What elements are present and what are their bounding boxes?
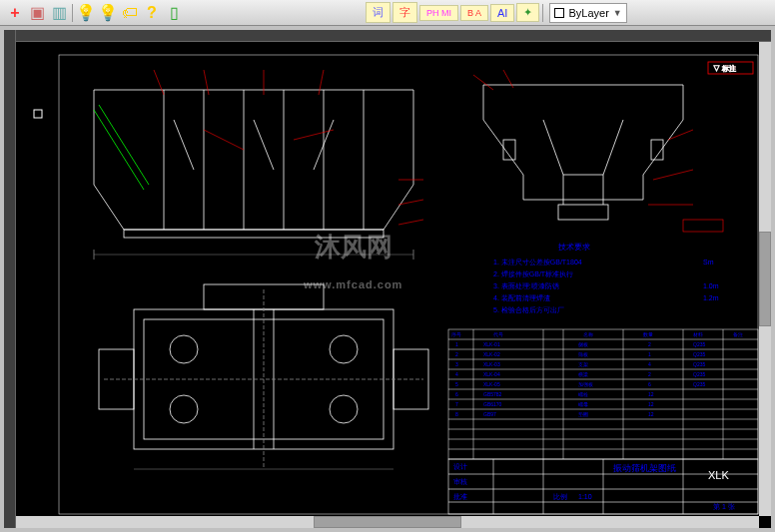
- bulb2-icon[interactable]: 💡: [97, 2, 119, 24]
- drawing-code: XLK: [708, 469, 729, 481]
- drawing-container: ▽ 标注: [0, 26, 775, 532]
- svg-text:5. 检验合格后方可出厂: 5. 检验合格后方可出厂: [493, 306, 564, 313]
- svg-text:名称: 名称: [583, 331, 593, 337]
- svg-text:5: 5: [455, 381, 458, 387]
- svg-text:批准: 批准: [453, 493, 467, 500]
- svg-line-9: [99, 105, 149, 185]
- cad-viewport[interactable]: ▽ 标注: [4, 30, 771, 528]
- svg-text:序号: 序号: [451, 331, 461, 337]
- svg-text:12: 12: [648, 401, 654, 407]
- svg-rect-0: [34, 110, 42, 118]
- svg-text:技术要求: 技术要求: [557, 243, 590, 252]
- svg-text:6: 6: [455, 391, 458, 397]
- svg-text:XLK-03: XLK-03: [483, 361, 500, 367]
- svg-text:4: 4: [455, 371, 458, 377]
- label-ba[interactable]: B A: [460, 5, 488, 21]
- scrollbar-vertical[interactable]: [759, 42, 771, 516]
- scroll-thumb-v[interactable]: [759, 232, 771, 326]
- svg-text:2: 2: [648, 371, 651, 377]
- svg-text:XLK-02: XLK-02: [483, 351, 500, 357]
- svg-line-8: [94, 110, 144, 190]
- tag-icon[interactable]: 🏷: [119, 2, 141, 24]
- svg-line-10: [174, 120, 194, 170]
- chevron-down-icon: ▼: [613, 8, 622, 18]
- svg-point-46: [170, 335, 198, 363]
- svg-text:比例: 比例: [553, 493, 567, 500]
- svg-text:12: 12: [648, 411, 654, 417]
- svg-text:GB6170: GB6170: [483, 401, 502, 407]
- svg-text:7: 7: [455, 401, 458, 407]
- svg-text:审核: 审核: [453, 478, 467, 486]
- svg-text:1. 未注尺寸公差按GB/T1804: 1. 未注尺寸公差按GB/T1804: [493, 259, 582, 266]
- svg-text:4. 装配前清理焊渣: 4. 装配前清理焊渣: [493, 294, 550, 301]
- label-zi[interactable]: 字: [392, 2, 417, 23]
- svg-text:1:10: 1:10: [578, 493, 592, 500]
- svg-text:侧板: 侧板: [578, 341, 588, 347]
- svg-text:▽ 标注: ▽ 标注: [713, 65, 736, 72]
- label-ci[interactable]: 词: [366, 2, 390, 23]
- question-icon[interactable]: ?: [141, 2, 163, 24]
- svg-text:3. 表面处理:喷漆防锈: 3. 表面处理:喷漆防锈: [493, 282, 559, 290]
- svg-rect-36: [683, 220, 723, 232]
- svg-text:第 1 张: 第 1 张: [713, 503, 735, 510]
- svg-line-17: [319, 70, 324, 95]
- cad-drawing: ▽ 标注: [4, 30, 771, 528]
- svg-text:8: 8: [455, 411, 458, 417]
- svg-text:代号: 代号: [492, 331, 503, 337]
- svg-point-49: [330, 395, 358, 423]
- layer-name: ByLayer: [568, 7, 608, 19]
- label-star[interactable]: ✦: [516, 3, 539, 22]
- svg-text:1.0m: 1.0m: [703, 282, 719, 289]
- sheet-icon[interactable]: ▥: [48, 2, 70, 24]
- drawing-title: 振动筛机架图纸: [613, 463, 676, 473]
- svg-text:XLK-04: XLK-04: [483, 371, 500, 377]
- svg-text:1: 1: [455, 341, 458, 347]
- svg-text:Q235: Q235: [693, 371, 705, 377]
- label-ai[interactable]: AI: [490, 4, 514, 22]
- svg-text:2. 焊接件按GB/T标准执行: 2. 焊接件按GB/T标准执行: [493, 270, 573, 277]
- svg-text:横梁: 横梁: [578, 371, 588, 377]
- svg-text:GB97: GB97: [483, 411, 496, 417]
- bulb-icon[interactable]: 💡: [75, 2, 97, 24]
- svg-line-11: [254, 120, 274, 170]
- svg-text:备注: 备注: [733, 331, 743, 337]
- svg-point-47: [330, 335, 358, 363]
- svg-text:筛板: 筛板: [578, 351, 588, 357]
- svg-text:Q235: Q235: [693, 361, 705, 367]
- svg-line-18: [204, 130, 244, 150]
- svg-text:垫圈: 垫圈: [578, 411, 588, 417]
- svg-rect-28: [558, 205, 608, 220]
- svg-text:2: 2: [455, 351, 458, 357]
- main-toolbar: + ▣ ▥ 💡 💡 🏷 ? ▯ 词 字 PH MI B A AI ✦ ByLay…: [0, 0, 775, 26]
- svg-text:1.2m: 1.2m: [703, 294, 719, 301]
- svg-text:Q235: Q235: [693, 341, 705, 347]
- book-icon[interactable]: ▣: [26, 2, 48, 24]
- svg-text:Q235: Q235: [693, 351, 705, 357]
- layer-color-swatch: [554, 8, 564, 18]
- svg-line-34: [653, 170, 693, 180]
- svg-text:XLK-05: XLK-05: [483, 381, 500, 387]
- svg-point-48: [170, 395, 198, 423]
- svg-text:设计: 设计: [453, 463, 467, 470]
- note-icon[interactable]: ▯: [163, 2, 185, 24]
- svg-text:3: 3: [455, 361, 458, 367]
- layer-dropdown[interactable]: ByLayer ▼: [549, 3, 626, 23]
- svg-text:6: 6: [648, 381, 651, 387]
- svg-text:Q235: Q235: [693, 381, 705, 387]
- svg-line-15: [204, 70, 209, 95]
- svg-rect-13: [124, 230, 384, 238]
- svg-text:XLK-01: XLK-01: [483, 341, 500, 347]
- svg-text:加强板: 加强板: [578, 381, 593, 387]
- svg-text:GB5782: GB5782: [483, 391, 502, 397]
- svg-text:Sm: Sm: [703, 259, 714, 266]
- svg-text:1: 1: [648, 351, 651, 357]
- svg-text:12: 12: [648, 391, 654, 397]
- svg-text:2: 2: [648, 341, 651, 347]
- label-pm[interactable]: PH MI: [419, 5, 458, 21]
- scrollbar-horizontal[interactable]: [16, 516, 759, 528]
- svg-text:螺栓: 螺栓: [578, 391, 588, 397]
- plus-icon[interactable]: +: [4, 2, 26, 24]
- scroll-thumb-h[interactable]: [314, 516, 462, 528]
- svg-text:数量: 数量: [643, 331, 653, 337]
- svg-line-22: [398, 220, 423, 225]
